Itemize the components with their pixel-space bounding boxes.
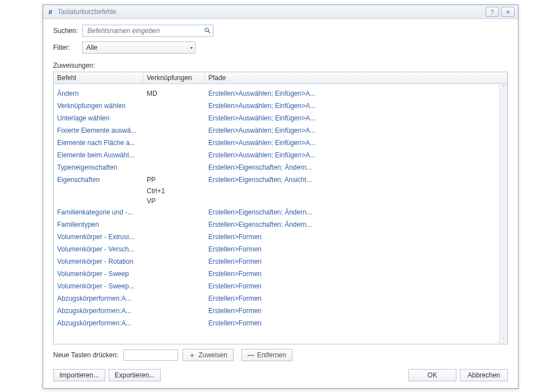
- cell-shortcut: [143, 208, 205, 216]
- help-button[interactable]: ?: [486, 7, 499, 17]
- assign-button[interactable]: ＋ Zuweisen: [183, 349, 234, 361]
- cell-path: Erstellen>Auswählen; Einfügen>A...: [205, 114, 500, 122]
- cell-shortcut: [143, 307, 205, 315]
- column-header-paths[interactable]: Pfade: [205, 72, 507, 83]
- scroll-up-icon[interactable]: ˄: [500, 84, 507, 92]
- cell-shortcut: [143, 127, 205, 134]
- cell-shortcut: [143, 221, 205, 228]
- chevron-down-icon: ▾: [190, 45, 193, 50]
- filter-value: Alle: [86, 44, 97, 52]
- cell-path: Erstellen>Auswählen; Einfügen>A...: [205, 139, 500, 147]
- cell-shortcut-extra: VP: [54, 196, 500, 206]
- cell-command: Familienkategorie und -...: [54, 208, 143, 216]
- minus-icon: —: [248, 351, 254, 359]
- cell-command: Volumenkörper - Rotation: [54, 258, 143, 265]
- table-row[interactable]: Unterlage wählenErstellen>Auswählen; Ein…: [54, 112, 500, 124]
- cell-command: Ändern: [54, 90, 143, 97]
- cell-shortcut: [143, 114, 205, 122]
- table-row[interactable]: ÄndernMDErstellen>Auswählen; Einfügen>A.…: [54, 84, 500, 100]
- table-row[interactable]: Abzugskörperformen:A...Erstellen>Formen: [54, 292, 500, 305]
- press-keys-input[interactable]: [123, 349, 178, 361]
- cell-command: Abzugskörperformen:A...: [54, 319, 143, 327]
- cell-shortcut: [143, 258, 205, 265]
- filter-select[interactable]: Alle ▾: [82, 41, 195, 54]
- table-row[interactable]: Volumenkörper - Extrusi...Erstellen>Form…: [54, 231, 500, 243]
- assignments-grid: Befehl Verknüpfungen Pfade ÄndernMDErste…: [53, 72, 508, 344]
- search-label: Suchen:: [53, 27, 82, 35]
- cell-path: Erstellen>Formen: [205, 307, 500, 315]
- table-row[interactable]: Volumenkörper - RotationErstellen>Formen: [54, 255, 500, 268]
- table-row[interactable]: EigenschaftenPPErstellen>Eigenschaften; …: [54, 174, 500, 186]
- cell-path: Erstellen>Formen: [205, 282, 500, 290]
- column-header-command[interactable]: Befehl: [54, 72, 143, 83]
- filter-label: Filter:: [53, 44, 82, 52]
- cell-path: Erstellen>Auswählen; Einfügen>A...: [205, 151, 500, 159]
- table-row[interactable]: Volumenkörper - Sweep...Erstellen>Formen: [54, 280, 500, 292]
- cell-command: Volumenkörper - Sweep...: [54, 282, 143, 290]
- column-header-shortcuts[interactable]: Verknüpfungen: [143, 72, 205, 83]
- cell-command: Elemente beim Auswähl...: [54, 151, 143, 159]
- cell-path: Erstellen>Formen: [205, 245, 500, 253]
- cell-command: Elemente nach Fläche a...: [54, 139, 143, 147]
- cell-path: Erstellen>Auswählen; Einfügen>A...: [205, 127, 500, 134]
- cell-command: Typeneigenschaften: [54, 164, 143, 171]
- cell-shortcut: [143, 233, 205, 241]
- cell-command: Familientypen: [54, 221, 143, 228]
- cell-shortcut: [143, 319, 205, 327]
- cell-shortcut: [143, 139, 205, 147]
- cell-command: Abzugskörperformen:A...: [54, 307, 143, 315]
- app-icon: R: [46, 8, 54, 16]
- table-row[interactable]: Volumenkörper - SweepErstellen>Formen: [54, 268, 500, 280]
- cell-command: Volumenkörper - Extrusi...: [54, 233, 143, 241]
- table-row[interactable]: TypeneigenschaftenErstellen>Eigenschafte…: [54, 161, 500, 174]
- cell-path: Erstellen>Auswählen; Einfügen>A...: [205, 102, 500, 110]
- keyboard-shortcuts-dialog: R Tastaturkurzbefehle ? ✕ Suchen: Filter…: [43, 4, 519, 389]
- plus-icon: ＋: [189, 351, 195, 360]
- table-row[interactable]: Familienkategorie und -...Erstellen>Eige…: [54, 206, 500, 218]
- cell-path: Erstellen>Eigenschaften; Ändern...: [205, 208, 500, 216]
- close-button[interactable]: ✕: [501, 7, 515, 17]
- cell-shortcut: [143, 282, 205, 290]
- cell-command: Fixierte Elemente auswä...: [54, 127, 143, 134]
- cell-path: Erstellen>Eigenschaften; Ändern...: [205, 221, 500, 228]
- cell-shortcut: [143, 164, 205, 171]
- table-row[interactable]: Volumenkörper - Versch...Erstellen>Forme…: [54, 243, 500, 255]
- cell-path: Erstellen>Formen: [205, 319, 500, 327]
- svg-point-0: [205, 28, 208, 31]
- help-icon: ?: [491, 9, 494, 15]
- cell-shortcut: MD: [143, 90, 205, 97]
- import-button[interactable]: Importieren...: [53, 369, 105, 381]
- table-row[interactable]: Elemente beim Auswähl...Erstellen>Auswäh…: [54, 149, 500, 161]
- cell-command: Abzugskörperformen:A...: [54, 295, 143, 302]
- cell-path: Erstellen>Eigenschaften; Ansicht...: [205, 176, 500, 184]
- vertical-scrollbar[interactable]: ˄ ˅: [499, 84, 507, 344]
- cell-path: Erstellen>Eigenschaften; Ändern...: [205, 164, 500, 171]
- remove-button-label: Entfernen: [257, 351, 286, 359]
- ok-button[interactable]: OK: [408, 369, 456, 381]
- titlebar: R Tastaturkurzbefehle ? ✕: [43, 5, 518, 19]
- scroll-down-icon[interactable]: ˅: [500, 336, 507, 344]
- close-icon: ✕: [506, 9, 510, 15]
- cell-shortcut: [143, 295, 205, 302]
- remove-button[interactable]: — Entfernen: [241, 349, 292, 361]
- export-button[interactable]: Exportieren...: [109, 369, 161, 381]
- search-input[interactable]: [86, 26, 204, 35]
- cell-shortcut: PP: [143, 176, 205, 184]
- table-row[interactable]: Abzugskörperformen:A...Erstellen>Formen: [54, 317, 500, 329]
- assign-button-label: Zuweisen: [199, 351, 227, 359]
- cell-shortcut: [143, 245, 205, 253]
- cell-shortcut: [143, 102, 205, 110]
- table-row[interactable]: Verknüpfungen wählenErstellen>Auswählen;…: [54, 100, 500, 112]
- table-row[interactable]: FamilientypenErstellen>Eigenschaften; Än…: [54, 218, 500, 231]
- table-row[interactable]: Elemente nach Fläche a...Erstellen>Auswä…: [54, 137, 500, 149]
- cancel-button[interactable]: Abbrechen: [460, 369, 508, 381]
- table-row[interactable]: Abzugskörperformen:A...Erstellen>Formen: [54, 305, 500, 317]
- table-row[interactable]: Fixierte Elemente auswä...Erstellen>Ausw…: [54, 124, 500, 137]
- grid-header: Befehl Verknüpfungen Pfade: [54, 72, 507, 84]
- cell-command: Verknüpfungen wählen: [54, 102, 143, 110]
- cell-shortcut: [143, 270, 205, 278]
- search-icon[interactable]: [204, 27, 211, 35]
- search-input-wrap: [82, 25, 213, 37]
- cell-path: Erstellen>Formen: [205, 233, 500, 241]
- cell-path: Erstellen>Formen: [205, 270, 500, 278]
